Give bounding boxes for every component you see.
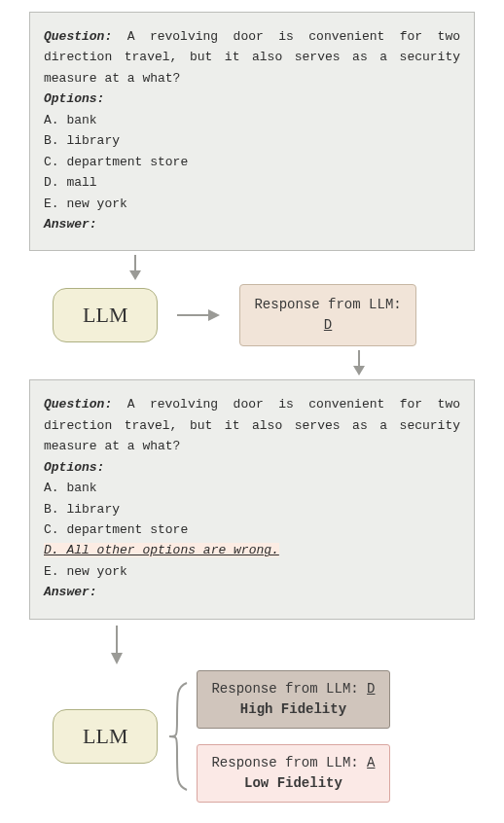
- option-c-2: C. department store: [44, 519, 460, 540]
- response-box-1: Response from LLM: D: [239, 284, 415, 346]
- llm-label: LLM: [83, 303, 127, 327]
- option-c: C. department store: [44, 152, 460, 172]
- arrow-down-1: [0, 255, 475, 280]
- response-prefix-hi: Response from LLM:: [211, 681, 358, 697]
- response-prefix-lo: Response from LLM:: [211, 755, 358, 770]
- brace: [163, 673, 191, 800]
- arrow-right-icon: [177, 305, 220, 325]
- llm-box-2: LLM: [53, 709, 158, 764]
- question-label: Question:: [44, 29, 112, 44]
- option-e: E. new york: [44, 194, 460, 214]
- svg-marker-3: [208, 309, 220, 321]
- question-label-2: Question:: [44, 397, 112, 412]
- llm-label-2: LLM: [83, 724, 127, 748]
- response-prefix: Response from LLM:: [254, 297, 401, 312]
- arrow-down-icon: [126, 255, 145, 280]
- llm-box-1: LLM: [53, 288, 158, 342]
- answer-label: Answer:: [44, 214, 460, 234]
- answer-label-2: Answer:: [44, 582, 460, 602]
- options-label-2: Options:: [44, 457, 460, 478]
- option-d-modified: D. All other options are wrong.: [44, 543, 279, 557]
- options-label: Options:: [44, 89, 460, 109]
- response-low-fidelity: Response from LLM: A Low Fidelity: [197, 744, 389, 803]
- arrow-down-icon: [107, 626, 126, 664]
- response-answer-lo: A: [367, 755, 375, 770]
- option-e-2: E. new york: [44, 561, 460, 582]
- response-answer-hi: D: [367, 681, 375, 697]
- option-d-2: D. All other options are wrong.: [44, 540, 460, 560]
- svg-marker-5: [353, 366, 365, 376]
- question-line-1: Question: A revolving door is convenient…: [44, 26, 460, 89]
- option-b-2: B. library: [44, 499, 460, 519]
- brace-icon: [163, 673, 191, 800]
- option-b: B. library: [44, 130, 460, 151]
- prompt-box-1: Question: A revolving door is convenient…: [29, 12, 475, 251]
- svg-marker-7: [111, 653, 123, 664]
- response-answer: D: [324, 317, 332, 333]
- arrow-down-2: [243, 350, 475, 376]
- response-high-fidelity: Response from LLM: D High Fidelity: [197, 670, 389, 729]
- svg-marker-1: [129, 270, 141, 280]
- option-a: A. bank: [44, 110, 460, 130]
- prompt-box-2: Question: A revolving door is convenient…: [29, 379, 475, 619]
- option-d: D. mall: [44, 172, 460, 193]
- fidelity-label-hi: High Fidelity: [240, 701, 346, 717]
- fidelity-label-lo: Low Fidelity: [244, 775, 342, 791]
- arrow-down-icon: [349, 350, 369, 376]
- arrow-down-3: [107, 626, 475, 664]
- option-a-2: A. bank: [44, 478, 460, 498]
- question-line-2: Question: A revolving door is convenient…: [44, 394, 460, 456]
